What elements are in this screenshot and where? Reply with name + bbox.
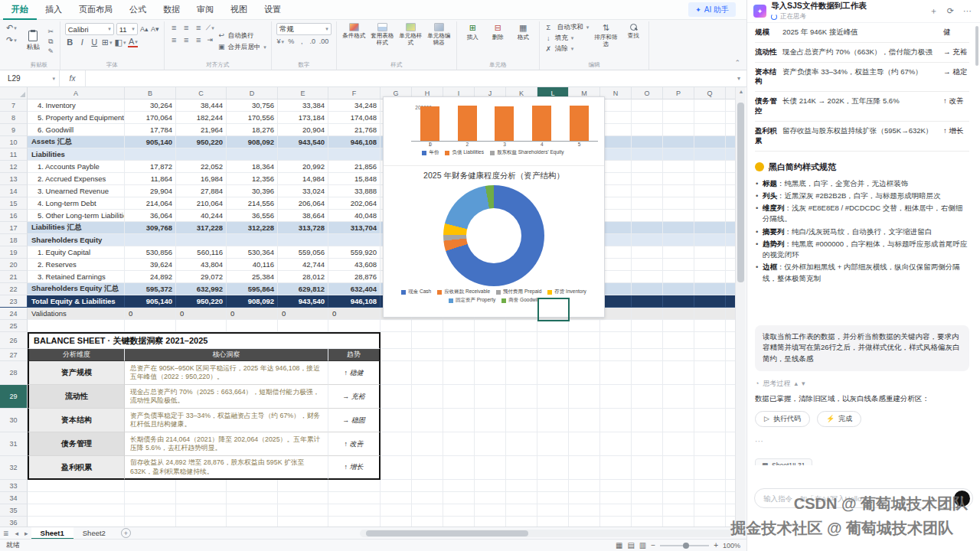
column-header-D[interactable]: D [227,87,278,99]
cell[interactable] [569,517,600,527]
cell[interactable] [600,136,632,148]
cell-value[interactable]: 632,992 [176,283,227,295]
sheet-tab-Sheet2[interactable]: Sheet2 [74,527,115,540]
cell-value[interactable]: 11,864 [125,173,176,185]
row-header-29[interactable]: 29 [0,385,28,409]
cell[interactable] [632,136,663,148]
row-header-8[interactable]: 8 [0,112,28,124]
align-top-icon[interactable]: ≡ [169,23,179,33]
cell[interactable] [600,271,632,283]
cell-value[interactable]: 202,064 [328,197,381,210]
styles-button-3[interactable]: 单元格编辑器 [426,23,452,60]
cell[interactable] [694,112,726,124]
row-header-30[interactable]: 30 [0,409,28,432]
cell[interactable] [694,480,726,492]
sheet-next-icon[interactable]: ▸ [21,530,31,537]
cell-value[interactable]: 40,048 [328,210,381,222]
cell[interactable] [176,504,227,517]
cell-label[interactable]: Assets 汇总 [28,136,125,148]
number-format-select[interactable]: 常规▾ [276,23,332,35]
cell[interactable] [663,504,694,517]
row-header-18[interactable]: 18 [0,234,28,246]
run-code-button[interactable]: ▷执行代码 [755,411,810,427]
cell[interactable] [632,185,663,197]
cell[interactable] [125,492,176,504]
font-color-icon[interactable]: A▾ [128,37,138,47]
new-chat-icon[interactable]: ＋ [927,5,940,17]
borders-icon[interactable]: ⊞▾ [102,37,113,47]
cell[interactable] [412,409,443,432]
ai-assistant-button[interactable]: ✦ AI 助手 [688,2,736,17]
cell[interactable] [475,409,506,432]
cell[interactable] [569,456,600,480]
cell[interactable] [632,295,663,308]
cell-value[interactable]: 29,072 [176,271,227,283]
cell[interactable] [663,332,694,349]
cell[interactable] [632,517,663,527]
cell[interactable] [412,480,443,492]
ribbon-tab-开始[interactable]: 开始 [3,0,37,20]
horizontal-scrollbar[interactable] [360,530,733,537]
cell[interactable] [569,492,600,504]
cell[interactable] [475,385,506,409]
zoom-level-label[interactable]: 100% [723,542,740,549]
cell-label[interactable]: 3. Retained Earnings [28,271,125,283]
cell-value[interactable]: 946,108 [328,295,381,308]
cell[interactable] [663,271,694,283]
normal-view-icon[interactable]: ▦ [616,541,622,549]
cell[interactable] [381,409,412,432]
ribbon-tab-数据[interactable]: 数据 [155,0,188,20]
indent-icon[interactable]: ⇥ [206,36,214,44]
cell-value[interactable]: 30,396 [227,185,278,197]
cell[interactable] [694,148,726,161]
comma-format-icon[interactable]: , [298,37,306,46]
cell-value[interactable]: 313,704 [328,222,381,234]
analysis-header-trend[interactable]: 趋势 [328,349,381,361]
cell[interactable] [694,295,726,308]
cell[interactable] [663,197,694,210]
cell-label[interactable]: 5. Other Long-term Liabilities [28,210,125,222]
cell[interactable] [600,112,632,124]
cell-value[interactable]: 946,108 [328,136,381,148]
cell[interactable] [632,504,663,517]
analysis-trend[interactable]: ↑ 增长 [328,456,381,480]
row-header-33[interactable]: 33 [0,480,28,492]
cell-value[interactable]: 43,804 [176,259,227,271]
cell[interactable] [663,185,694,197]
cell-label[interactable]: Shareholders Equity 汇总 [28,283,125,295]
row-header-35[interactable]: 35 [0,504,28,517]
cell[interactable] [694,492,726,504]
cell-value[interactable]: 21,768 [328,124,381,136]
cell[interactable] [632,409,663,432]
collapse-ribbon-icon[interactable]: ⌃ [734,59,740,67]
cell[interactable] [663,283,694,295]
cell-value[interactable]: 15,848 [328,173,381,185]
cell[interactable] [694,332,726,349]
cell[interactable] [600,295,632,308]
cell-value[interactable]: 908,092 [227,136,278,148]
cell-value[interactable]: 905,140 [125,136,176,148]
cell-value[interactable]: 559,056 [278,246,328,259]
cell-value[interactable] [328,148,381,161]
column-header-C[interactable]: C [176,87,227,99]
cell[interactable] [569,480,600,492]
cell[interactable] [537,517,569,527]
cell[interactable] [632,210,663,222]
row-header-21[interactable]: 21 [0,271,28,283]
cell[interactable] [694,385,726,409]
cell[interactable] [569,332,600,349]
align-bottom-icon[interactable]: ≡ [194,23,204,33]
cell-value[interactable]: 22,052 [176,161,227,173]
cell[interactable] [381,385,412,409]
row-header-36[interactable]: 36 [0,517,28,527]
cell[interactable] [663,210,694,222]
cell[interactable] [537,332,569,349]
cell-value[interactable]: 17,784 [125,124,176,136]
cell-label[interactable]: 1. Equity Capital [28,246,125,259]
cell[interactable] [600,259,632,271]
history-icon[interactable]: ⟳ [945,6,956,16]
cell-value[interactable]: 905,140 [125,295,176,308]
cell[interactable] [694,161,726,173]
cell[interactable] [694,210,726,222]
cell-value[interactable]: 29,904 [125,185,176,197]
